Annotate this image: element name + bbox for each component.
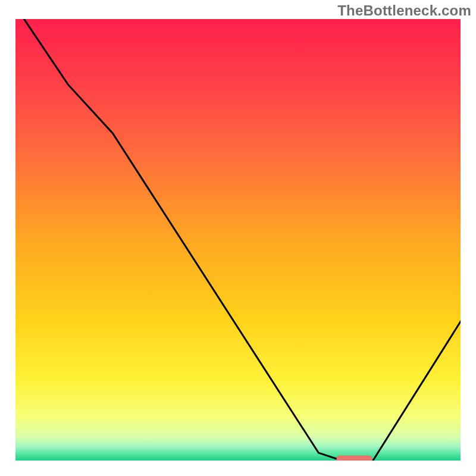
watermark-text: TheBottleneck.com [337,2,471,19]
gradient-background [14,18,462,462]
chart-svg [0,0,476,476]
chart-stage: TheBottleneck.com [0,0,476,476]
